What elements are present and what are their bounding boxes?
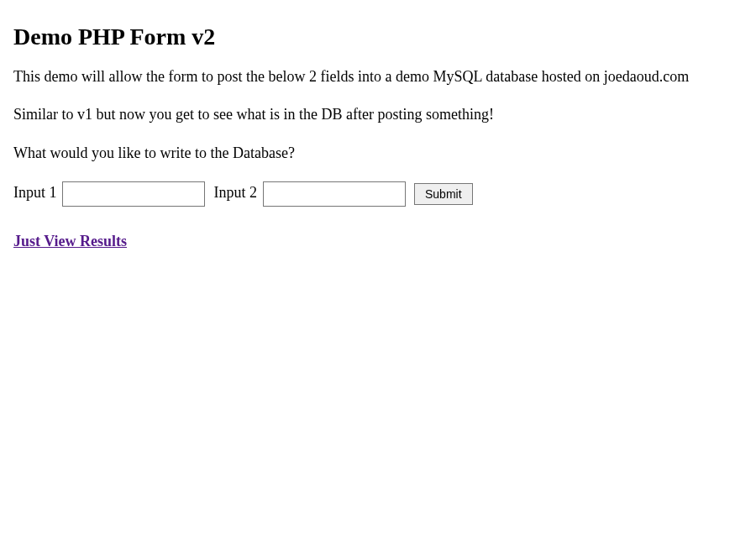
page-heading: Demo PHP Form v2: [13, 24, 743, 50]
prompt-paragraph: What would you like to write to the Data…: [13, 144, 743, 163]
intro-paragraph-2: Similar to v1 but now you get to see wha…: [13, 105, 743, 124]
input-1-field[interactable]: [62, 181, 205, 207]
view-results-link[interactable]: Just View Results: [13, 233, 127, 249]
input-2-label: Input 2: [214, 184, 258, 201]
input-1-label: Input 1: [13, 184, 57, 201]
intro-paragraph-1: This demo will allow the form to post th…: [13, 67, 743, 87]
input-form-row: Input 1 Input 2 Submit: [13, 181, 743, 207]
submit-button[interactable]: Submit: [414, 183, 473, 205]
input-2-field[interactable]: [263, 181, 406, 207]
